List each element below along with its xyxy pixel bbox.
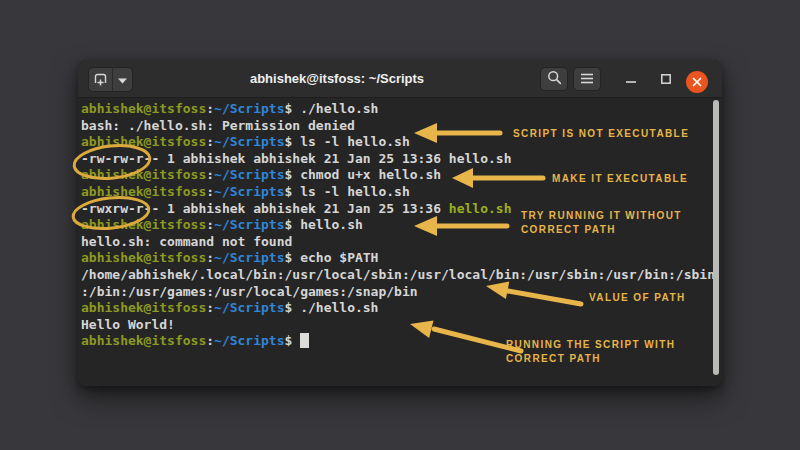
terminal-line: abhishek@itsfoss:~/Scripts$ ./hello.sh <box>81 101 722 118</box>
annotation-label: RUNNING THE SCRIPT WITH CORRECT PATH <box>506 338 675 365</box>
maximize-icon <box>660 73 672 88</box>
terminal-text-segment: -rwxrw-r-- 1 abhishek abhishek 21 Jan 25… <box>81 201 449 216</box>
tab-button-group <box>88 67 133 92</box>
scrollbar[interactable] <box>713 100 719 375</box>
annotation-label: TRY RUNNING IT WITHOUT CORRECT PATH <box>521 209 682 236</box>
close-button[interactable] <box>686 71 708 93</box>
maximize-button[interactable] <box>654 68 678 92</box>
terminal-text-segment: abhishek@itsfoss <box>81 333 206 348</box>
terminal-text-segment: -rw-rw-r-- 1 abhishek abhishek 21 Jan 25… <box>81 151 511 166</box>
terminal-text-segment: : <box>206 184 214 199</box>
terminal-text-segment: abhishek@itsfoss <box>81 101 206 116</box>
terminal-text-segment: $ ./hello.sh <box>285 101 379 116</box>
terminal-text-segment: hello.sh <box>449 201 512 216</box>
terminal-text-segment: ~/Scripts <box>214 101 284 116</box>
terminal-text-segment: :/bin:/usr/games:/usr/local/games:/snap/… <box>81 284 418 299</box>
new-tab-button[interactable] <box>89 68 112 91</box>
terminal-text-segment: abhishek@itsfoss <box>81 217 206 232</box>
terminal-line: abhishek@itsfoss:~/Scripts$ ls -l hello.… <box>81 184 722 201</box>
terminal-text-segment: $ ./hello.sh <box>285 300 379 315</box>
terminal-text-segment: : <box>206 250 214 265</box>
terminal-text-segment: abhishek@itsfoss <box>81 167 206 182</box>
close-icon <box>692 75 702 90</box>
terminal-line: Hello World! <box>81 317 722 334</box>
terminal-text-segment: $ <box>285 333 301 348</box>
terminal-text-segment: : <box>206 101 214 116</box>
search-icon <box>547 70 562 88</box>
terminal-text-segment: $ hello.sh <box>285 217 363 232</box>
menu-button[interactable] <box>573 67 601 91</box>
tab-chooser-button[interactable] <box>112 68 132 91</box>
terminal-text-segment: : <box>206 217 214 232</box>
minimize-button[interactable] <box>619 68 643 92</box>
terminal-text-segment: ~/Scripts <box>214 300 284 315</box>
titlebar[interactable]: abhishek@itsfoss: ~/Scripts <box>78 60 722 98</box>
terminal-text-segment: ~/Scripts <box>214 333 284 348</box>
terminal-text-segment: Hello World! <box>81 317 175 332</box>
desktop-background: abhishek@itsfoss: ~/Scripts <box>0 0 800 450</box>
terminal-text-segment: $ chmod u+x hello.sh <box>285 167 442 182</box>
terminal-line: /home/abhishek/.local/bin:/usr/local/sbi… <box>81 267 722 284</box>
minimize-icon <box>625 73 637 88</box>
terminal-line: hello.sh: command not found <box>81 234 722 251</box>
annotation-label: MAKE IT EXECUTABLE <box>552 172 688 186</box>
annotation-label: VALUE OF PATH <box>589 291 686 305</box>
terminal-text-segment: $ echo $PATH <box>285 250 379 265</box>
terminal-text-segment: bash: ./hello.sh: Permission denied <box>81 118 355 133</box>
terminal-text-segment: $ ls -l hello.sh <box>285 134 410 149</box>
search-button[interactable] <box>540 67 568 91</box>
terminal-text-segment: /home/abhishek/.local/bin:/usr/local/sbi… <box>81 267 715 282</box>
hamburger-menu-icon <box>580 72 594 87</box>
terminal-text-segment: ~/Scripts <box>214 217 284 232</box>
terminal-line: -rw-rw-r-- 1 abhishek abhishek 21 Jan 25… <box>81 151 722 168</box>
terminal-text-segment: abhishek@itsfoss <box>81 300 206 315</box>
window-title: abhishek@itsfoss: ~/Scripts <box>134 60 540 97</box>
terminal-text-segment: ~/Scripts <box>214 167 284 182</box>
terminal-cursor <box>300 333 309 348</box>
terminal-text-segment: abhishek@itsfoss <box>81 250 206 265</box>
terminal-text-segment: ~/Scripts <box>214 250 284 265</box>
terminal-text-segment: $ ls -l hello.sh <box>285 184 410 199</box>
terminal-text-segment: : <box>206 134 214 149</box>
terminal-text-segment: hello.sh: command not found <box>81 234 292 249</box>
terminal-text-segment: ~/Scripts <box>214 134 284 149</box>
terminal-text-segment: : <box>206 333 214 348</box>
new-tab-icon <box>93 71 108 89</box>
terminal-text-segment: : <box>206 167 214 182</box>
chevron-down-icon <box>118 72 127 87</box>
terminal-text-segment: abhishek@itsfoss <box>81 184 206 199</box>
terminal-text-segment: : <box>206 300 214 315</box>
terminal-text-segment: abhishek@itsfoss <box>81 134 206 149</box>
terminal-line: abhishek@itsfoss:~/Scripts$ echo $PATH <box>81 250 722 267</box>
terminal-text-segment: ~/Scripts <box>214 184 284 199</box>
annotation-label: SCRIPT IS NOT EXECUTABLE <box>513 127 689 141</box>
